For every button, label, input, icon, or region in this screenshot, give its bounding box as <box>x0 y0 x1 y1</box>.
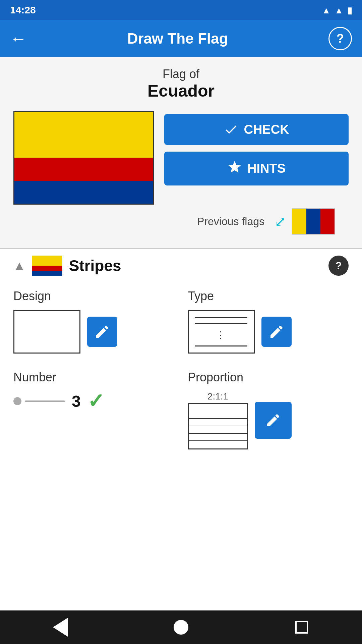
hints-button-label: HINTS <box>247 161 286 176</box>
check-button-label: CHECK <box>244 122 289 137</box>
type-edit-button[interactable] <box>261 317 292 347</box>
back-triangle-icon <box>53 618 68 637</box>
battery-icon <box>347 4 352 16</box>
flag-title-row: Flag of Ecuador <box>13 67 349 101</box>
app-bar: ← Draw The Flag ? <box>0 20 362 57</box>
main-content: Flag of Ecuador CHECK <box>0 57 362 610</box>
check-icon <box>224 122 238 137</box>
pencil-icon-type <box>268 324 285 340</box>
number-value: 3 <box>72 392 81 411</box>
pencil-icon <box>94 324 110 340</box>
bottom-nav <box>0 610 362 644</box>
prop-row-small-4 <box>189 441 247 448</box>
status-bar: 14:28 <box>0 0 362 20</box>
type-col: Type ⋮ <box>188 289 349 354</box>
stripe-mini-yellow <box>32 256 62 266</box>
prop-row-small-1 <box>189 419 247 426</box>
number-col: Number 3 ✓ <box>13 370 174 449</box>
home-circle-icon <box>174 620 188 635</box>
flag-of-label: Flag of <box>13 67 349 81</box>
number-content: 3 ✓ <box>13 391 174 411</box>
proportion-col: Proportion 2:1:1 <box>188 370 349 449</box>
nav-home-button[interactable] <box>168 614 194 641</box>
flag-section: Flag of Ecuador CHECK <box>0 57 362 248</box>
pencil-icon-proportion <box>265 412 281 428</box>
design-content <box>13 310 174 354</box>
prop-row-large <box>189 404 247 419</box>
previous-flags-label: Previous flags <box>197 215 264 228</box>
flag-stripe-yellow <box>14 112 153 158</box>
flag-controls-row: CHECK HINTS <box>13 111 349 205</box>
previous-flags-area: ⤢ <box>275 208 335 235</box>
type-content: ⋮ <box>188 310 349 354</box>
proportion-diagram: 2:1:1 <box>188 391 248 449</box>
stripe-mini-red <box>32 266 62 271</box>
number-check-mark: ✓ <box>87 391 104 411</box>
signal-icon <box>335 4 343 16</box>
flag-canvas <box>13 111 154 205</box>
stripes-help-button[interactable]: ? <box>328 256 349 276</box>
stripes-header: ▲ Stripes ? <box>13 256 349 276</box>
star-icon <box>227 160 242 177</box>
stripes-header-left: ▲ Stripes <box>13 256 121 276</box>
design-preview <box>13 310 80 354</box>
design-edit-button[interactable] <box>87 317 117 347</box>
collapse-icon[interactable]: ▲ <box>13 259 25 273</box>
prop-row-small-2 <box>189 426 247 434</box>
slider-line <box>25 400 65 402</box>
back-button[interactable]: ← <box>10 29 27 48</box>
proportion-content: 2:1:1 <box>188 391 349 449</box>
prop-row-small-3 <box>189 434 247 441</box>
type-dots: ⋮ <box>216 329 227 340</box>
type-line-2 <box>195 323 248 324</box>
flag-stripe-red <box>14 158 153 181</box>
type-label: Type <box>188 289 349 303</box>
number-proportion-row: Number 3 ✓ Proportion 2:1:1 <box>13 370 349 449</box>
previous-flags-row: Previous flags ⤢ <box>13 208 349 235</box>
status-icons <box>322 4 352 16</box>
stripes-section: ▲ Stripes ? Design <box>0 249 362 610</box>
hints-button[interactable]: HINTS <box>164 152 349 185</box>
type-line-1 <box>195 317 248 318</box>
proportion-ratio: 2:1:1 <box>207 391 228 402</box>
proportion-edit-button[interactable] <box>255 402 292 439</box>
design-type-row: Design Type ⋮ <box>13 289 349 354</box>
stripe-mini-flag <box>32 256 62 276</box>
proportion-box <box>188 403 248 449</box>
stripes-title: Stripes <box>69 257 121 275</box>
slider-dot <box>13 397 21 405</box>
country-name: Ecuador <box>13 81 349 101</box>
prev-flag-yellow <box>292 209 306 234</box>
number-label: Number <box>13 370 174 384</box>
proportion-label: Proportion <box>188 370 349 384</box>
check-button[interactable]: CHECK <box>164 114 349 145</box>
nav-back-button[interactable] <box>47 614 74 641</box>
type-line-3 <box>195 345 248 346</box>
status-time: 14:28 <box>10 4 36 16</box>
design-label: Design <box>13 289 174 303</box>
prev-flag-blue <box>306 209 320 234</box>
help-button[interactable]: ? <box>328 27 352 50</box>
flag-stripe-blue <box>14 181 153 204</box>
buttons-column: CHECK HINTS <box>164 114 349 185</box>
design-col: Design <box>13 289 174 354</box>
wifi-icon <box>322 4 331 16</box>
stripe-mini-blue <box>32 271 62 276</box>
prev-flag-red <box>320 209 335 234</box>
app-title: Draw The Flag <box>127 30 228 47</box>
expand-icon[interactable]: ⤢ <box>275 213 286 230</box>
previous-flag-thumbnail[interactable] <box>292 208 335 235</box>
nav-recent-button[interactable] <box>288 614 315 641</box>
type-preview: ⋮ <box>188 310 255 354</box>
recent-square-icon <box>295 621 308 634</box>
number-slider[interactable] <box>13 397 65 405</box>
